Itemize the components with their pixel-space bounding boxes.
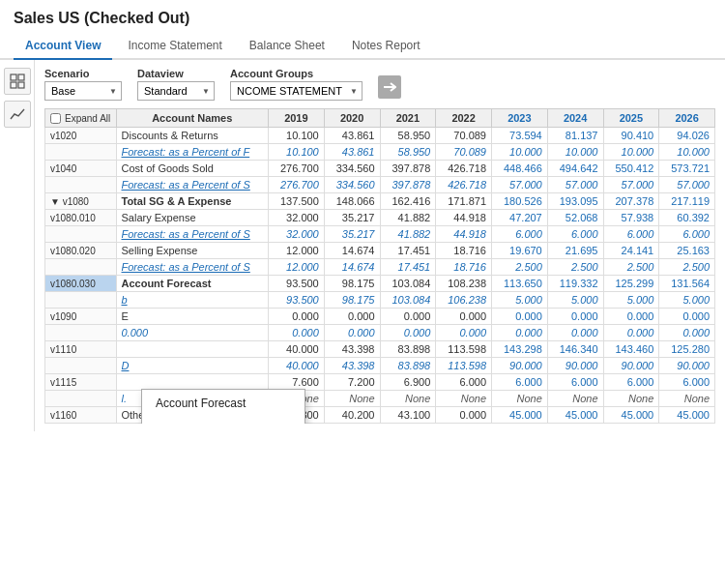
row-value-cell: 276.700 (269, 177, 325, 193)
row-value-cell: 17.451 (380, 243, 436, 259)
row-value-cell: 103.084 (380, 276, 436, 292)
row-value-cell: 0.000 (436, 407, 492, 424)
col-2022: 2022 (436, 109, 492, 128)
table-row: v11157.6007.2006.9006.0006.0006.0006.000… (45, 374, 715, 391)
row-value-cell: 103.084 (380, 292, 436, 309)
row-value-cell: 0.000 (380, 325, 436, 341)
col-2021: 2021 (380, 109, 436, 128)
row-value-cell: 125.280 (659, 341, 715, 358)
row-value-cell: 44.918 (436, 226, 492, 243)
row-value-cell: 334.560 (324, 177, 380, 193)
row-value-cell: 19.670 (492, 243, 548, 259)
col-account: Expand All (45, 109, 117, 128)
row-value-cell: 12.000 (269, 259, 325, 276)
grid-icon-btn[interactable] (4, 68, 31, 95)
row-value-cell: 45.000 (547, 407, 603, 424)
row-value-cell: None (603, 391, 659, 407)
row-value-cell: 143.298 (492, 341, 548, 358)
row-value-cell: 43.100 (380, 407, 436, 424)
chart-icon-btn[interactable] (4, 101, 31, 128)
row-code-cell[interactable]: v1040 (45, 161, 117, 177)
row-value-cell: 21.695 (547, 243, 603, 259)
svg-rect-0 (11, 74, 16, 80)
row-value-cell: 12.000 (269, 243, 325, 259)
account-groups-select[interactable]: NCOME STATEMENT (230, 81, 362, 101)
row-name-cell: Forecast: as a Percent of S (116, 177, 269, 193)
row-code-cell[interactable]: ▼ v1080 (45, 193, 117, 210)
account-groups-label: Account Groups (230, 68, 362, 79)
row-code-cell[interactable]: v1160 (45, 407, 117, 424)
col-2020: 2020 (324, 109, 380, 128)
row-value-cell: 43.398 (324, 358, 380, 374)
tab-balance-sheet[interactable]: Balance Sheet (238, 33, 336, 60)
row-code-cell (45, 358, 117, 374)
row-value-cell: 113.598 (436, 358, 492, 374)
row-value-cell: 6.900 (380, 374, 436, 391)
tab-account-view[interactable]: Account View (14, 33, 112, 60)
row-value-cell: 0.000 (436, 325, 492, 341)
tabs-bar: Account View Income Statement Balance Sh… (0, 33, 725, 60)
row-value-cell: 57.000 (659, 177, 715, 193)
row-code-cell[interactable]: v1090 (45, 309, 117, 325)
row-value-cell: 6.000 (547, 374, 603, 391)
svg-rect-1 (18, 74, 24, 80)
row-value-cell: 6.000 (603, 374, 659, 391)
row-value-cell: 57.000 (547, 177, 603, 193)
row-value-cell: 6.000 (492, 226, 548, 243)
dataview-select[interactable]: Standard (137, 81, 215, 101)
window-title: Sales US (Checked Out) (0, 0, 725, 33)
tab-notes-report[interactable]: Notes Report (340, 33, 432, 60)
row-value-cell: 180.526 (492, 193, 548, 210)
arrow-right-button[interactable] (378, 75, 401, 99)
row-code-cell[interactable]: v1080.020 (45, 243, 117, 259)
row-value-cell: 0.000 (492, 309, 548, 325)
row-name-cell: E (116, 309, 269, 325)
context-menu-item[interactable]: Account Forecast (142, 390, 304, 417)
row-value-cell: 334.560 (324, 161, 380, 177)
row-value-cell: 10.000 (492, 144, 548, 161)
table-row: v1090E0.0000.0000.0000.0000.0000.0000.00… (45, 309, 715, 325)
row-value-cell: None (492, 391, 548, 407)
svg-rect-2 (11, 82, 16, 88)
row-value-cell: 45.000 (659, 407, 715, 424)
row-value-cell: 0.000 (547, 309, 603, 325)
context-menu-item[interactable]: Edit Subaccounts (142, 417, 304, 424)
row-value-cell: 0.000 (547, 325, 603, 341)
row-value-cell: 0.000 (603, 309, 659, 325)
table-row: v1020Discounts & Returns10.10043.86158.9… (45, 128, 715, 144)
tab-income-statement[interactable]: Income Statement (116, 33, 233, 60)
row-code-cell[interactable]: v1080.030 (45, 276, 117, 292)
row-value-cell: 32.000 (269, 210, 325, 226)
scenario-select[interactable]: Base (44, 81, 122, 101)
row-code-cell[interactable]: v1020 (45, 128, 117, 144)
row-value-cell: 6.000 (659, 374, 715, 391)
row-value-cell: 43.861 (324, 128, 380, 144)
row-code-cell[interactable]: v1110 (45, 341, 117, 358)
row-code-cell (45, 325, 117, 341)
row-value-cell: 426.718 (436, 177, 492, 193)
col-2026: 2026 (659, 109, 715, 128)
row-value-cell: 14.674 (324, 243, 380, 259)
row-value-cell: 70.089 (436, 144, 492, 161)
row-name-cell: Cost of Goods Sold (116, 161, 269, 177)
row-value-cell: 83.898 (380, 341, 436, 358)
row-value-cell: 81.137 (547, 128, 603, 144)
col-2025: 2025 (603, 109, 659, 128)
row-name-cell (116, 374, 269, 391)
row-value-cell: 5.000 (659, 292, 715, 309)
row-value-cell: 60.392 (659, 210, 715, 226)
row-value-cell: 397.878 (380, 161, 436, 177)
row-value-cell: 2.500 (492, 259, 548, 276)
row-code-cell (45, 259, 117, 276)
row-value-cell: 146.340 (547, 341, 603, 358)
row-code-cell[interactable]: v1080.010 (45, 210, 117, 226)
row-code-cell[interactable]: v1115 (45, 374, 117, 391)
row-value-cell: 6.000 (492, 374, 548, 391)
row-name-cell: Discounts & Returns (116, 128, 269, 144)
row-value-cell: 40.200 (324, 407, 380, 424)
row-value-cell: 276.700 (269, 161, 325, 177)
row-value-cell: 0.000 (436, 309, 492, 325)
row-value-cell: 573.721 (659, 161, 715, 177)
row-value-cell: 17.451 (380, 259, 436, 276)
expand-all-checkbox[interactable] (50, 113, 61, 124)
